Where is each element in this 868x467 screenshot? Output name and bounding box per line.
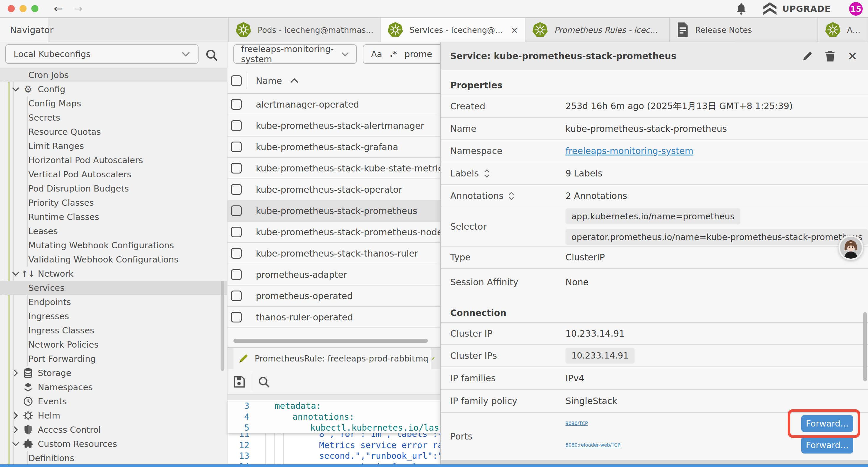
navigator-panel-tab[interactable]: Navigator [0,18,48,42]
sidebar-item-cron-jobs[interactable]: Cron Jobs [0,68,227,82]
sidebar-item-config-maps[interactable]: Config Maps [0,96,227,111]
close-window-button[interactable] [8,5,15,12]
port-link[interactable]: 8080:reloader-web/TCP [565,442,620,448]
row-checkbox[interactable] [231,120,242,131]
sidebar-item-pod-disruption-budgets[interactable]: Pod Disruption Budgets [0,181,227,196]
forward-button[interactable]: Forward... [801,437,853,454]
sidebar-item-vertical-pod-autoscalers[interactable]: Vertical Pod Autoscalers [0,167,227,181]
sidebar-item-endpoints[interactable]: Endpoints [0,295,227,309]
row-checkbox[interactable] [231,291,242,301]
tab-services-icecheng-math[interactable]: Services - icecheng@math...× [380,18,525,42]
back-arrow-icon[interactable]: ← [54,3,62,14]
row-checkbox[interactable] [231,99,242,110]
sort-ascending-icon[interactable] [290,78,299,84]
table-row-prometheus-operated[interactable]: prometheus-operated [227,286,440,307]
forward-arrow-icon[interactable]: → [74,3,83,14]
namespace-selector[interactable]: freeleaps-monitoring-system [234,44,357,64]
chevron-right-icon[interactable] [11,369,20,377]
chevron-down-icon[interactable] [11,87,20,92]
table-row-kube-prometheus-stack-operator[interactable]: kube-prometheus-stack-operator [227,179,440,200]
sidebar-item-storage[interactable]: Storage [0,366,227,380]
sidebar-item-config[interactable]: ⚙Config [0,82,227,96]
sidebar-item-network[interactable]: ↑↓Network [0,267,227,281]
row-checkbox[interactable] [231,184,242,195]
save-icon[interactable] [232,375,246,389]
editor-search-icon[interactable] [258,376,270,388]
sidebar-search-icon[interactable] [205,49,218,61]
sidebar-item-port-forwarding[interactable]: Port Forwarding [0,352,227,366]
kubeconfig-selector[interactable]: Local Kubeconfigs [5,44,198,64]
table-row-kube-prometheus-stack-prometheus[interactable]: kube-prometheus-stack-prometheus [227,200,440,222]
section-heading-connection: Connection [441,296,868,322]
sidebar-item-definitions[interactable]: Definitions [0,451,227,465]
sidebar-item-horizontal-pod-autoscalers[interactable]: Horizontal Pod Autoscalers [0,153,227,167]
tab-argo-se[interactable]: Argo Se [818,18,867,42]
namespace-link[interactable]: freeleaps-monitoring-system [565,146,693,156]
sidebar-item-namespaces[interactable]: Namespaces [0,380,227,394]
sidebar-item-mutating-webhook-configurations[interactable]: Mutating Webhook Configurations [0,238,227,253]
editor-tab-partial[interactable] [431,348,435,369]
match-case-toggle[interactable]: Aa [371,49,382,59]
sidebar-item-services[interactable]: Services [0,281,227,295]
row-checkbox[interactable] [231,248,242,259]
editor-tab-prometheusrule[interactable]: PrometheusRule: freeleaps-prod-rabbitmq [234,348,431,369]
table-row-prometheus-adapter[interactable]: prometheus-adapter [227,264,440,286]
select-all-checkbox[interactable] [231,76,242,86]
forward-button[interactable]: Forward... [801,415,853,432]
list-search-input[interactable]: Aa .* prome [363,44,452,64]
detail-scrollbar[interactable] [863,312,867,381]
sort-toggle-icon[interactable] [484,169,490,178]
tab-release-notes[interactable]: Release Notes [670,18,818,42]
sidebar-item-secrets[interactable]: Secrets [0,111,227,125]
table-row-thanos-ruler-operated[interactable]: thanos-ruler-operated [227,307,440,328]
row-checkbox[interactable] [231,269,242,280]
chevron-right-icon[interactable] [11,412,20,419]
sidebar-item-network-policies[interactable]: Network Policies [0,338,227,352]
close-tab-icon[interactable]: × [511,25,518,35]
edit-icon[interactable] [802,51,813,62]
minimize-window-button[interactable] [20,5,27,12]
table-row-kube-prometheus-stack-kube-state-metrics[interactable]: kube-prometheus-stack-kube-state-metrics [227,158,440,179]
table-row-alertmanager-operated[interactable]: alertmanager-operated [227,94,440,115]
sidebar-item-runtime-classes[interactable]: Runtime Classes [0,210,227,224]
sort-toggle-icon[interactable] [508,192,515,200]
sidebar-item-helm[interactable]: Helm [0,408,227,423]
sidebar-item-resource-quotas[interactable]: Resource Quotas [0,125,227,139]
row-checkbox[interactable] [231,312,242,322]
horizontal-scrollbar[interactable] [234,339,428,343]
regex-toggle[interactable]: .* [390,50,397,59]
close-icon[interactable]: ✕ [847,50,857,62]
chevron-down-icon[interactable] [11,271,20,276]
name-column-header[interactable]: Name [256,76,282,86]
sidebar-item-limit-ranges[interactable]: Limit Ranges [0,139,227,153]
notification-count-badge[interactable]: 15 [849,2,863,16]
notifications-bell-icon[interactable] [736,3,747,15]
sidebar-item-priority-classes[interactable]: Priority Classes [0,196,227,210]
upgrade-button[interactable]: UPGRADE [762,2,831,16]
table-row-kube-prometheus-stack-prometheus-node-expor[interactable]: kube-prometheus-stack-prometheus-node-ex… [227,222,440,243]
tab-prometheus-rules-icecheng[interactable]: Prometheus Rules - icecheng... [525,18,670,42]
woman-avatar-icon[interactable] [838,235,863,260]
code-area[interactable]: 118","for":"1m","labels":{"service":"12M… [227,400,440,467]
tab-pods-icecheng-mathmas[interactable]: Pods - icecheng@mathmas... [229,18,380,42]
table-row-kube-prometheus-stack-alertmanager[interactable]: kube-prometheus-stack-alertmanager [227,115,440,137]
row-checkbox[interactable] [231,163,242,174]
sidebar-item-custom-resources[interactable]: Custom Resources [0,437,227,451]
sidebar-item-validating-webhook-configurations[interactable]: Validating Webhook Configurations [0,253,227,267]
delete-trash-icon[interactable] [825,50,836,62]
table-row-kube-prometheus-stack-grafana[interactable]: kube-prometheus-stack-grafana [227,137,440,158]
row-checkbox[interactable] [231,227,242,237]
row-checkbox[interactable] [231,205,242,216]
sidebar-item-ingresses[interactable]: Ingresses [0,309,227,323]
row-checkbox[interactable] [231,142,242,152]
port-link[interactable]: 9090/TCP [565,420,588,426]
sidebar-scrollbar[interactable] [221,281,224,371]
chevron-right-icon[interactable] [11,426,20,434]
sidebar-item-leases[interactable]: Leases [0,224,227,238]
sidebar-item-events[interactable]: Events [0,394,227,408]
sidebar-item-access-control[interactable]: Access Control [0,423,227,437]
sidebar-item-ingress-classes[interactable]: Ingress Classes [0,323,227,338]
zoom-window-button[interactable] [31,5,38,12]
table-row-kube-prometheus-stack-thanos-ruler[interactable]: kube-prometheus-stack-thanos-ruler [227,243,440,264]
chevron-down-icon[interactable] [11,442,20,446]
